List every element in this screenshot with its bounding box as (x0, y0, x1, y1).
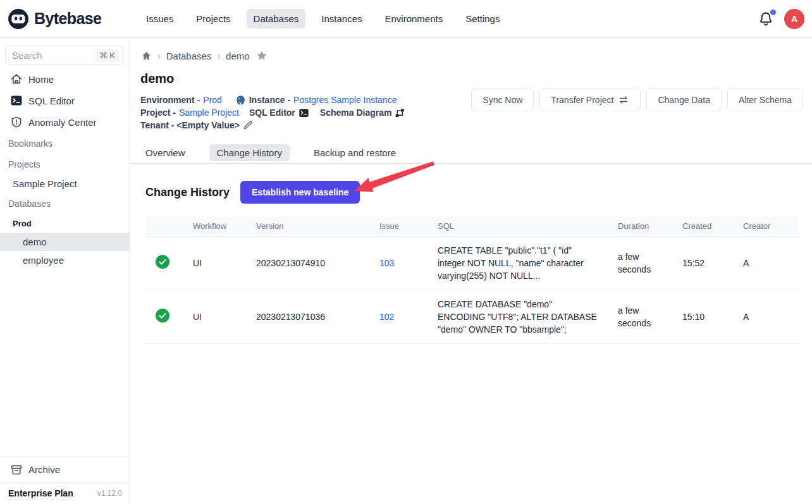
change-data-button[interactable]: Change Data (646, 89, 722, 111)
transfer-arrows-icon (618, 94, 629, 106)
sidebar-item-archive[interactable]: Archive (0, 457, 130, 482)
breadcrumb-separator: › (217, 51, 220, 61)
col-workflow: Workflow (183, 216, 247, 237)
nav-environments[interactable]: Environments (378, 9, 450, 28)
tab-backup-and-restore[interactable]: Backup and restore (306, 144, 403, 161)
tab-overview[interactable]: Overview (138, 144, 193, 161)
col-creator: Creator (735, 216, 799, 237)
schema-diagram-label: Schema Diagram (320, 108, 392, 118)
sidebar-item-anomaly-center[interactable]: Anomaly Center (0, 111, 130, 133)
favorite-star-icon[interactable] (256, 50, 268, 61)
plan-name: Enterprise Plan (8, 488, 73, 498)
nav-projects[interactable]: Projects (189, 9, 237, 28)
sql-editor-link-icon[interactable] (298, 108, 309, 118)
col-status (145, 216, 183, 237)
sidebar-item-home[interactable]: Home (0, 68, 130, 90)
top-bar-right: A (758, 0, 804, 38)
col-issue: Issue (370, 216, 428, 237)
home-icon (10, 73, 23, 85)
tab-change-history[interactable]: Change History (209, 144, 290, 161)
meta-row-2: Project - Sample Project SQL Editor Sche… (140, 106, 409, 119)
instance-label: Instance - (249, 95, 290, 105)
sidebar-item-label: SQL Editor (28, 95, 75, 106)
col-sql: SQL (428, 216, 608, 237)
cell-version: 20230213071036 (247, 290, 370, 344)
change-history-table: Workflow Version Issue SQL Duration Crea… (145, 216, 799, 344)
issue-link[interactable]: 103 (379, 258, 394, 268)
cell-creator: A (735, 237, 799, 290)
cell-created: 15:10 (673, 290, 735, 344)
breadcrumb: › Databases › demo (141, 50, 268, 61)
nav-issues[interactable]: Issues (139, 9, 180, 28)
project-link[interactable]: Sample Project (179, 108, 239, 118)
transfer-project-button[interactable]: Transfer Project (539, 89, 641, 111)
nav-instances[interactable]: Instances (314, 9, 369, 28)
establish-new-baseline-button[interactable]: Establish new baseline (240, 181, 360, 204)
cell-sql: CREATE DATABASE "demo" ENCODING "UTF8"; … (428, 290, 608, 344)
brand-name: Bytebase (34, 9, 101, 28)
cell-workflow: UI (183, 237, 247, 290)
col-created: Created (673, 216, 735, 237)
bytebase-app: Bytebase Issues Projects Databases Insta… (0, 0, 812, 504)
bytebase-logo-icon (8, 8, 29, 30)
archive-label: Archive (28, 464, 60, 475)
schema-diagram-icon[interactable] (395, 108, 405, 118)
sidebar-item-label: Anomaly Center (28, 117, 97, 128)
instance-link[interactable]: Postgres Sample Instance (293, 95, 397, 105)
page-title: demo (140, 71, 174, 86)
cell-creator: A (735, 290, 799, 344)
database-meta: Environment - Prod Instance - Postgres S… (140, 94, 409, 132)
sidebar-section-databases: Databases (0, 193, 130, 214)
cell-version: 20230213074910 (247, 237, 370, 290)
sidebar-item-label: Home (28, 74, 54, 85)
table-row[interactable]: UI 20230213071036 102 CREATE DATABASE "d… (145, 290, 799, 344)
user-avatar[interactable]: A (784, 9, 804, 29)
breadcrumb-databases[interactable]: Databases (166, 51, 212, 61)
app-version: v1.12.0 (97, 489, 122, 498)
notifications-button[interactable] (758, 11, 774, 27)
breadcrumb-home-icon[interactable] (141, 51, 152, 61)
col-version: Version (247, 216, 370, 237)
sync-now-button[interactable]: Sync Now (471, 89, 534, 111)
sidebar-item-sample-project[interactable]: Sample Project (0, 175, 130, 193)
sidebar: ⌘ K Home SQL Editor Anomaly Center Bookm… (0, 38, 130, 504)
sidebar-item-database-demo[interactable]: demo (0, 233, 130, 251)
tab-bar: Overview Change History Backup and resto… (130, 142, 812, 164)
breadcrumb-demo[interactable]: demo (226, 51, 250, 61)
change-history-title: Change History (145, 186, 230, 199)
edit-tenant-pencil-icon[interactable] (243, 120, 253, 130)
sidebar-group-prod: Prod (0, 214, 130, 233)
main-content: › Databases › demo demo Environment - Pr… (130, 38, 812, 504)
breadcrumb-separator: › (157, 51, 161, 61)
sql-editor-icon (10, 94, 23, 107)
top-bar: Bytebase Issues Projects Databases Insta… (0, 0, 812, 38)
search-input[interactable] (12, 50, 95, 61)
nav-databases[interactable]: Databases (247, 9, 306, 28)
alter-schema-label: Alter Schema (739, 95, 792, 105)
sidebar-section-projects: Projects (0, 154, 130, 175)
cell-workflow: UI (183, 290, 247, 344)
archive-icon (10, 464, 23, 476)
environment-link[interactable]: Prod (203, 95, 222, 105)
table-row[interactable]: UI 20230213074910 103 CREATE TABLE "publ… (145, 237, 799, 290)
sidebar-item-sql-editor[interactable]: SQL Editor (0, 90, 130, 111)
search-shortcut-badge: ⌘ K (95, 49, 119, 61)
table-header-row: Workflow Version Issue SQL Duration Crea… (145, 216, 799, 237)
cell-sql: CREATE TABLE "public"."t1" ( "id" intege… (428, 237, 608, 290)
meta-row-1: Environment - Prod Instance - Postgres S… (140, 94, 409, 106)
action-buttons: Sync Now Transfer Project Change Data Al… (471, 89, 803, 111)
search-box[interactable]: ⌘ K (5, 46, 123, 65)
sidebar-item-database-employee[interactable]: employee (0, 251, 130, 269)
sync-now-label: Sync Now (483, 95, 522, 105)
environment-label: Environment - (140, 95, 200, 105)
sidebar-bottom: Archive Enterprise Plan v1.12.0 (0, 457, 130, 504)
brand-logo[interactable]: Bytebase (0, 8, 130, 30)
alter-schema-button[interactable]: Alter Schema (727, 89, 803, 111)
top-navigation: Issues Projects Databases Instances Envi… (139, 9, 507, 28)
status-done-icon (156, 309, 169, 323)
status-done-icon (156, 255, 169, 269)
issue-link[interactable]: 102 (379, 312, 394, 322)
cell-created: 15:52 (673, 237, 735, 290)
nav-settings[interactable]: Settings (458, 9, 507, 28)
change-data-label: Change Data (658, 95, 710, 105)
